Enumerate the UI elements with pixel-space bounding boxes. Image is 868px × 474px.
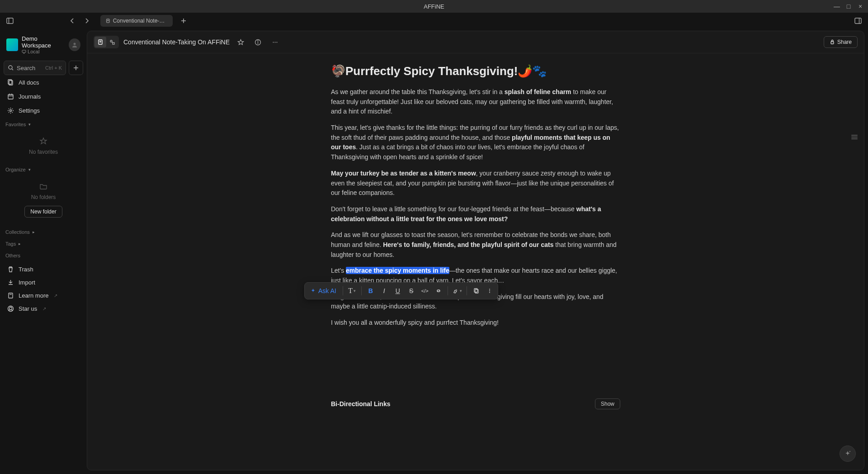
titlebar: AFFiNE — □ × <box>0 0 868 13</box>
italic-button[interactable]: I <box>378 284 391 297</box>
paragraph[interactable]: As we gather around the table this Thank… <box>331 87 620 117</box>
nav-back-icon[interactable] <box>66 14 79 27</box>
svg-rect-41 <box>474 289 477 292</box>
section-organize[interactable]: Organize▾ <box>4 163 83 174</box>
svg-rect-9 <box>22 50 26 52</box>
svg-rect-40 <box>831 42 834 44</box>
svg-rect-7 <box>855 18 861 24</box>
nav-arrows <box>66 14 93 27</box>
text-style-button[interactable]: T▾ <box>346 284 359 297</box>
strike-button[interactable]: S <box>405 284 418 297</box>
doc-icon <box>106 18 110 24</box>
format-toolbar: Ask AI T▾ B I U S </> ▾ <box>304 282 498 299</box>
trash-icon <box>7 266 14 273</box>
paragraph[interactable]: May your turkey be as tender as a kitten… <box>331 169 620 198</box>
svg-marker-23 <box>40 138 47 144</box>
docs-icon <box>7 79 14 86</box>
new-doc-button[interactable] <box>69 61 83 75</box>
new-folder-button[interactable]: New folder <box>24 206 62 218</box>
svg-rect-0 <box>7 18 13 24</box>
window-controls: — □ × <box>833 3 864 10</box>
toolbar-more-button[interactable] <box>483 284 496 297</box>
svg-rect-24 <box>9 293 13 298</box>
app-title: AFFiNE <box>424 3 444 10</box>
sidebar-item-trash[interactable]: Trash <box>4 263 83 276</box>
organize-empty: No folders New folder <box>4 175 83 225</box>
close-button[interactable]: × <box>856 3 864 10</box>
sidebar-item-learn[interactable]: Learn more ↗ <box>4 289 83 302</box>
outline-toggle[interactable] <box>851 135 858 139</box>
doc-body[interactable]: 🦃Purrfectly Spicy Thanksgiving!🌶️🐾 As we… <box>87 53 864 470</box>
nav-forward-icon[interactable] <box>80 14 93 27</box>
import-icon <box>7 279 14 286</box>
doc-header: Conventional Note-Taking On AFFiNE Share <box>87 31 864 53</box>
tab-label: Conventional Note-Taking O <box>113 18 167 24</box>
highlight-button[interactable]: ▾ <box>451 284 464 297</box>
workspace-sub: Local <box>22 49 65 54</box>
maximize-button[interactable]: □ <box>844 3 853 10</box>
svg-rect-18 <box>8 95 13 99</box>
book-icon <box>7 292 14 299</box>
page-title[interactable]: 🦃Purrfectly Spicy Thanksgiving!🌶️🐾 <box>331 64 620 78</box>
paragraph[interactable]: This year, let's give thanks for the lit… <box>331 123 620 162</box>
gear-icon <box>7 107 14 114</box>
svg-point-36 <box>258 41 258 41</box>
bidi-title: Bi-Directional Links <box>331 400 390 408</box>
topbar: Conventional Note-Taking O <box>0 13 868 29</box>
tab-current[interactable]: Conventional Note-Taking O <box>100 15 173 27</box>
minimize-button[interactable]: — <box>833 3 841 10</box>
sidebar-item-star-us[interactable]: Star us ↗ <box>4 302 83 315</box>
underline-button[interactable]: U <box>392 284 404 297</box>
svg-point-26 <box>8 306 14 312</box>
paragraph[interactable]: Don't forget to leave a little something… <box>331 204 620 224</box>
workspace-switcher[interactable]: Demo Workspace Local <box>4 33 83 57</box>
svg-point-22 <box>10 110 12 112</box>
svg-point-46 <box>849 451 850 452</box>
link-button[interactable] <box>432 284 445 297</box>
paragraph[interactable]: And as we lift our glasses to toast the … <box>331 230 620 260</box>
sidebar-item-all-docs[interactable]: All docs <box>4 76 83 89</box>
svg-marker-33 <box>238 39 243 44</box>
search-input[interactable]: Search Ctrl + K <box>4 61 66 75</box>
search-icon <box>8 65 14 71</box>
sidebar: Demo Workspace Local Search Ctrl + K <box>0 29 87 474</box>
bold-button[interactable]: B <box>364 284 377 297</box>
lock-icon <box>830 39 835 45</box>
external-icon: ↗ <box>42 306 46 311</box>
svg-point-11 <box>73 43 75 45</box>
svg-rect-42 <box>475 289 478 293</box>
section-tags[interactable]: Tags▸ <box>4 237 83 248</box>
svg-point-12 <box>9 66 12 69</box>
section-others: Others <box>4 249 83 260</box>
svg-point-37 <box>273 42 274 43</box>
toggle-right-panel-icon[interactable] <box>852 14 864 27</box>
ai-fab-button[interactable] <box>840 446 856 462</box>
local-icon <box>22 49 26 54</box>
sparkle-icon <box>310 288 316 294</box>
code-button[interactable]: </> <box>419 284 431 297</box>
ask-ai-button[interactable]: Ask AI <box>307 284 340 297</box>
edgeless-mode-button[interactable] <box>106 37 118 47</box>
sidebar-item-journals[interactable]: Journals <box>4 90 83 103</box>
section-collections[interactable]: Collections▸ <box>4 226 83 237</box>
svg-point-44 <box>489 290 490 291</box>
favorite-button[interactable] <box>234 36 247 48</box>
calendar-icon <box>7 93 14 100</box>
avatar[interactable] <box>69 38 80 51</box>
copy-button[interactable] <box>470 284 482 297</box>
page-mode-button[interactable] <box>94 37 106 47</box>
add-tab-button[interactable] <box>177 14 190 27</box>
more-button[interactable] <box>269 36 281 48</box>
workspace-name: Demo Workspace <box>22 35 65 49</box>
sidebar-item-settings[interactable]: Settings <box>4 104 83 117</box>
paragraph[interactable]: I wish you all a wonderfully spicy and p… <box>331 318 620 328</box>
content-area: Conventional Note-Taking On AFFiNE Share <box>87 31 864 470</box>
info-button[interactable] <box>251 36 264 48</box>
svg-point-39 <box>276 42 277 43</box>
section-favorites[interactable]: Favorites▾ <box>4 118 83 129</box>
show-bidi-button[interactable]: Show <box>595 398 620 409</box>
sidebar-item-import[interactable]: Import <box>4 276 83 289</box>
share-button[interactable]: Share <box>824 36 858 48</box>
breadcrumb-title[interactable]: Conventional Note-Taking On AFFiNE <box>123 38 230 46</box>
toggle-sidebar-icon[interactable] <box>4 14 16 27</box>
